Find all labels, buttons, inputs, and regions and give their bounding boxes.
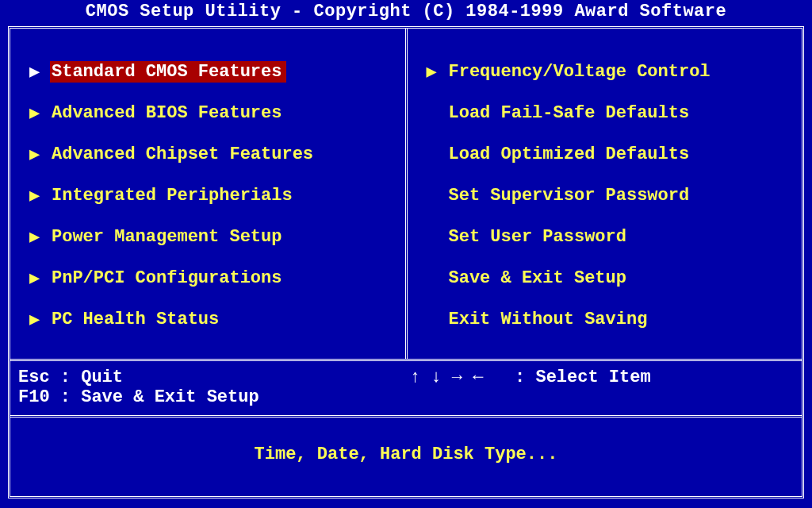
menu-pnp-pci-configurations[interactable]: ▶ PnP/PCI Configurations: [26, 257, 396, 298]
menu-label: Load Optimized Defaults: [449, 144, 690, 164]
menu-power-management-setup[interactable]: ▶ Power Management Setup: [26, 216, 396, 257]
menu-frequency-voltage-control[interactable]: ▶ Frequency/Voltage Control: [423, 51, 793, 92]
menu-standard-cmos-features[interactable]: ▶ Standard CMOS Features: [26, 51, 396, 92]
hint-esc-quit: Esc : Quit: [18, 368, 402, 387]
menu-load-optimized-defaults[interactable]: ▶ Load Optimized Defaults: [423, 133, 793, 175]
submenu-arrow-icon: ▶: [29, 267, 50, 289]
menu-integrated-peripherals[interactable]: ▶ Integrated Peripherials: [26, 175, 396, 216]
description-row: Time, Date, Hard Disk Type...: [10, 418, 802, 496]
menu-label: Integrated Peripherials: [52, 186, 293, 206]
menu-label: Advanced BIOS Features: [52, 103, 282, 123]
hint-arrows-select-item: ↑ ↓ → ← : Select Item: [410, 368, 794, 387]
title-bar: CMOS Setup Utility - Copyright (C) 1984-…: [0, 0, 812, 26]
submenu-arrow-icon: ▶: [29, 144, 50, 165]
menu-exit-without-saving[interactable]: ▶ Exit Without Saving: [423, 298, 793, 340]
menu-label: Set Supervisor Password: [449, 186, 690, 206]
hint-f10-save-exit: F10 : Save & Exit Setup: [18, 387, 402, 407]
key-hints-right: ↑ ↓ → ← : Select Item: [402, 368, 794, 407]
submenu-arrow-icon: ▶: [29, 102, 50, 124]
key-hints-row: Esc : Quit F10 : Save & Exit Setup ↑ ↓ →…: [10, 361, 802, 418]
submenu-arrow-icon: ▶: [427, 61, 447, 83]
menu-label: Advanced Chipset Features: [52, 144, 313, 164]
menu-column-left: ▶ Standard CMOS Features ▶ Advanced BIOS…: [10, 29, 408, 359]
menu-set-supervisor-password[interactable]: ▶ Set Supervisor Password: [423, 175, 793, 216]
submenu-arrow-icon: ▶: [29, 309, 50, 330]
menu-label: PnP/PCI Configurations: [52, 268, 282, 288]
menu-advanced-bios-features[interactable]: ▶ Advanced BIOS Features: [26, 92, 396, 133]
submenu-arrow-icon: ▶: [29, 226, 50, 248]
menu-label: Exit Without Saving: [449, 310, 648, 329]
submenu-arrow-icon: ▶: [29, 185, 50, 206]
menu-load-fail-safe-defaults[interactable]: ▶ Load Fail-Safe Defaults: [423, 92, 793, 133]
menu-area: ▶ Standard CMOS Features ▶ Advanced BIOS…: [10, 29, 802, 361]
menu-label: Save & Exit Setup: [449, 268, 626, 288]
app-title: CMOS Setup Utility - Copyright (C) 1984-…: [86, 2, 726, 21]
menu-label: Load Fail-Safe Defaults: [449, 103, 690, 123]
selection-description: Time, Date, Hard Disk Type...: [255, 444, 558, 464]
menu-label: PC Health Status: [52, 310, 219, 329]
menu-pc-health-status[interactable]: ▶ PC Health Status: [26, 298, 396, 340]
main-frame: ▶ Standard CMOS Features ▶ Advanced BIOS…: [8, 26, 804, 498]
menu-label: Set User Password: [449, 227, 626, 247]
key-hints-left: Esc : Quit F10 : Save & Exit Setup: [18, 368, 402, 407]
menu-set-user-password[interactable]: ▶ Set User Password: [423, 216, 793, 257]
menu-advanced-chipset-features[interactable]: ▶ Advanced Chipset Features: [26, 133, 396, 175]
menu-column-right: ▶ Frequency/Voltage Control ▶ Load Fail-…: [408, 29, 802, 359]
menu-label: Standard CMOS Features: [52, 62, 282, 82]
submenu-arrow-icon: ▶: [29, 61, 50, 83]
menu-save-exit-setup[interactable]: ▶ Save & Exit Setup: [423, 257, 793, 298]
menu-label: Power Management Setup: [52, 227, 282, 247]
menu-label: Frequency/Voltage Control: [449, 62, 710, 82]
